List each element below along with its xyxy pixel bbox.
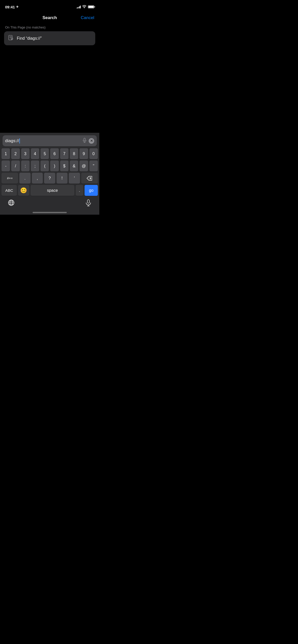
key-question[interactable]: ?	[44, 173, 55, 184]
keyboard-row-numbers: 1 2 3 4 5 6 7 8 9 0	[1, 148, 99, 159]
text-cursor	[19, 138, 20, 143]
keyboard: 1 2 3 4 5 6 7 8 9 0 - / : ; ( ) $ & @ " …	[0, 148, 99, 197]
keyboard-area: diags:// ✕ 1 2 3 4 5 6 7 8 9	[0, 133, 99, 215]
key-at[interactable]: @	[79, 160, 88, 171]
key-space[interactable]: space	[31, 185, 75, 196]
location-icon: ✈	[16, 5, 19, 9]
key-slash[interactable]: /	[11, 160, 20, 171]
key-9[interactable]: 9	[79, 148, 88, 159]
search-header: Search Cancel	[0, 12, 99, 24]
find-icon	[8, 35, 14, 42]
svg-rect-12	[87, 200, 89, 203]
mic-button[interactable]	[82, 138, 87, 144]
svg-rect-2	[84, 138, 85, 141]
key-colon[interactable]: :	[21, 160, 30, 171]
clear-button[interactable]: ✕	[89, 138, 94, 144]
search-input-bar: diags:// ✕	[0, 133, 99, 148]
find-text: Find “diags://”	[17, 36, 42, 41]
key-apostrophe[interactable]: '	[69, 173, 80, 184]
key-numpad-switch[interactable]: #+=	[2, 173, 18, 184]
time-display: 09:41	[5, 5, 15, 9]
key-quote[interactable]: "	[89, 160, 98, 171]
search-title: Search	[43, 15, 57, 20]
key-exclaim[interactable]: !	[57, 173, 68, 184]
status-icons	[77, 5, 94, 9]
keyboard-row-symbols: - / : ; ( ) $ & @ "	[1, 160, 99, 171]
keyboard-row-bottom: ABC 😊 space . go	[1, 185, 99, 197]
key-comma[interactable]: ,	[32, 173, 43, 184]
key-abc[interactable]: ABC	[2, 185, 17, 196]
key-ampersand[interactable]: &	[70, 160, 78, 171]
key-dash[interactable]: -	[2, 160, 10, 171]
key-go[interactable]: go	[85, 185, 98, 196]
on-this-page-label: On This Page (no matches)	[0, 24, 99, 31]
globe-icon[interactable]	[8, 199, 15, 207]
key-3[interactable]: 3	[21, 148, 30, 159]
search-input-wrapper[interactable]: diags:// ✕	[3, 135, 97, 146]
find-row[interactable]: Find “diags://”	[4, 31, 95, 45]
key-0[interactable]: 0	[89, 148, 98, 159]
emoji-icon: 😊	[20, 187, 27, 194]
key-period-bottom[interactable]: .	[76, 185, 83, 196]
battery-icon	[88, 5, 94, 8]
wifi-icon	[82, 5, 86, 9]
key-dollar[interactable]: $	[60, 160, 69, 171]
keyboard-row-more: #+= . , ? ! '	[1, 173, 99, 184]
key-semicolon[interactable]: ;	[31, 160, 39, 171]
signal-icon	[77, 5, 81, 8]
key-openparen[interactable]: (	[40, 160, 49, 171]
key-4[interactable]: 4	[31, 148, 39, 159]
key-1[interactable]: 1	[2, 148, 10, 159]
key-7[interactable]: 7	[60, 148, 69, 159]
key-8[interactable]: 8	[70, 148, 78, 159]
status-bar: 09:41 ✈	[0, 0, 99, 12]
cancel-button[interactable]: Cancel	[81, 15, 94, 20]
status-time: 09:41 ✈	[5, 5, 19, 9]
key-6[interactable]: 6	[50, 148, 59, 159]
key-emoji[interactable]: 😊	[18, 185, 29, 196]
home-indicator	[0, 210, 99, 215]
search-input-text[interactable]: diags://	[5, 138, 80, 143]
key-period[interactable]: .	[19, 173, 31, 184]
key-closeparen[interactable]: )	[50, 160, 59, 171]
key-backspace[interactable]	[81, 173, 98, 184]
home-bar	[33, 212, 67, 213]
input-value: diags://	[5, 138, 19, 143]
key-5[interactable]: 5	[40, 148, 49, 159]
key-2[interactable]: 2	[11, 148, 20, 159]
microphone-icon[interactable]	[85, 199, 92, 207]
